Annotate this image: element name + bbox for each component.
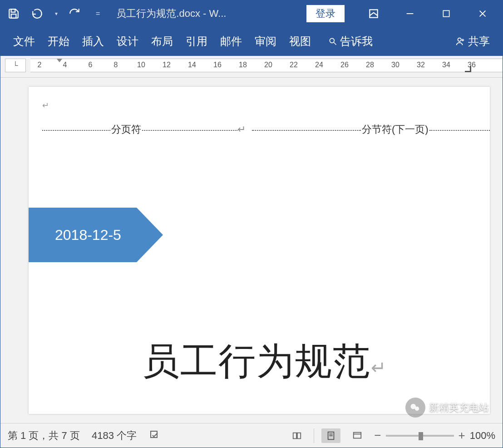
ruler-number: 4 <box>63 61 67 69</box>
svg-rect-4 <box>443 10 449 16</box>
svg-rect-0 <box>11 9 15 12</box>
tab-review[interactable]: 审阅 <box>255 34 276 49</box>
zoom-in-icon[interactable]: + <box>459 428 465 443</box>
redo-icon[interactable] <box>69 8 80 20</box>
ruler-number: 16 <box>213 61 222 69</box>
share-person-icon <box>455 36 465 46</box>
svg-point-7 <box>330 38 334 43</box>
date-arrow-shape[interactable]: 2018-12-5 <box>29 208 476 262</box>
login-button[interactable]: 登录 <box>306 5 345 22</box>
window-title: 员工行为规范.docx - W... <box>100 7 306 20</box>
ruler-number: 20 <box>264 61 272 69</box>
section-break-label: 分节符(下一页) <box>361 123 429 136</box>
svg-rect-2 <box>370 10 377 17</box>
svg-rect-1 <box>11 14 16 18</box>
status-bar: 第 1 页，共 7 页 4183 个字 − + 100% <box>0 423 503 448</box>
ruler-number: 2 <box>38 61 42 69</box>
ruler-number: 6 <box>89 61 93 69</box>
zoom-percent[interactable]: 100% <box>470 430 495 442</box>
ribbon-options-icon[interactable] <box>366 6 381 21</box>
save-icon[interactable] <box>8 8 20 20</box>
ruler-number: 18 <box>239 61 247 69</box>
close-icon[interactable] <box>475 6 490 21</box>
page-number-status[interactable]: 第 1 页，共 7 页 <box>8 429 80 443</box>
ruler-number: 28 <box>366 61 374 69</box>
qat-customize-icon[interactable]: = <box>96 10 100 18</box>
window-controls <box>366 6 490 21</box>
share-label: 共享 <box>468 34 490 49</box>
tab-design[interactable]: 设计 <box>117 34 138 49</box>
horizontal-ruler[interactable]: 24681012141618202224262830323436 <box>30 59 503 72</box>
ruler-number: 26 <box>340 61 349 69</box>
tell-me-search[interactable]: 告诉我 <box>328 34 373 49</box>
ribbon-tabs: 文件 开始 插入 设计 布局 引用 邮件 审阅 视图 告诉我 共享 <box>0 27 503 56</box>
minimize-icon[interactable] <box>403 6 417 21</box>
zoom-thumb[interactable] <box>419 432 423 440</box>
svg-point-9 <box>458 38 461 41</box>
maximize-icon[interactable] <box>439 6 454 21</box>
arrow-point-icon <box>137 208 163 262</box>
view-separator <box>314 428 314 443</box>
first-line-indent-icon[interactable] <box>56 59 63 62</box>
zoom-slider[interactable] <box>386 435 454 437</box>
watermark-label: 新精英充电站 <box>429 401 489 414</box>
share-button[interactable]: 共享 <box>455 34 490 49</box>
tab-layout[interactable]: 布局 <box>151 34 173 49</box>
tab-home[interactable]: 开始 <box>48 34 69 49</box>
ruler-number: 32 <box>417 61 425 69</box>
wechat-icon <box>405 398 425 418</box>
channel-watermark: 新精英充电站 <box>405 398 489 418</box>
view-controls: − + 100% <box>287 428 495 443</box>
ruler-number: 34 <box>442 61 450 69</box>
tab-references[interactable]: 引用 <box>186 34 207 49</box>
tell-me-label: 告诉我 <box>340 34 373 49</box>
ruler-number: 30 <box>391 61 399 69</box>
tab-insert[interactable]: 插入 <box>82 34 104 49</box>
spelling-status-icon[interactable] <box>148 429 161 443</box>
title-bar: ▾ = 员工行为规范.docx - W... 登录 <box>0 0 503 27</box>
ruler-number: 10 <box>137 61 145 69</box>
tab-view[interactable]: 视图 <box>289 34 311 49</box>
document-page[interactable]: ↵ 分页符 ↵ 分节符(下一页) 2018-12-5 员工行为规范↵ <box>29 87 490 414</box>
svg-point-13 <box>415 407 419 411</box>
ruler-number: 36 <box>468 61 476 69</box>
undo-dropdown-icon[interactable]: ▾ <box>55 10 58 17</box>
print-layout-icon[interactable] <box>321 428 340 443</box>
quick-access-toolbar: ▾ = <box>8 8 100 20</box>
document-area[interactable]: ↵ 分页符 ↵ 分节符(下一页) 2018-12-5 员工行为规范↵ 新精英充电… <box>0 78 503 423</box>
search-icon <box>328 37 337 46</box>
document-title-text[interactable]: 员工行为规范↵ <box>142 337 387 387</box>
svg-line-8 <box>334 43 336 45</box>
ruler-number: 24 <box>315 61 323 69</box>
ruler-area: └ 24681012141618202224262830323436 <box>0 56 503 78</box>
date-text: 2018-12-5 <box>55 227 121 244</box>
tab-selector[interactable]: └ <box>5 59 26 72</box>
zoom-controls: − + 100% <box>374 428 495 443</box>
web-layout-icon[interactable] <box>348 428 367 443</box>
read-mode-icon[interactable] <box>287 428 306 443</box>
page-break-label: 分页符 <box>110 123 142 136</box>
svg-rect-18 <box>354 432 361 438</box>
word-count-status[interactable]: 4183 个字 <box>92 429 137 443</box>
break-indicator-line: 分页符 ↵ 分节符(下一页) <box>42 124 490 135</box>
tab-file[interactable]: 文件 <box>13 34 35 49</box>
paragraph-mark-icon: ↵ <box>42 100 490 110</box>
undo-icon[interactable] <box>30 8 44 20</box>
ruler-number: 8 <box>114 61 118 69</box>
title-text-content: 员工行为规范 <box>142 341 371 382</box>
ruler-number: 12 <box>163 61 171 69</box>
ruler-number: 22 <box>290 61 298 69</box>
tab-mailings[interactable]: 邮件 <box>220 34 242 49</box>
zoom-out-icon[interactable]: − <box>374 428 381 443</box>
ruler-number: 14 <box>188 61 196 69</box>
